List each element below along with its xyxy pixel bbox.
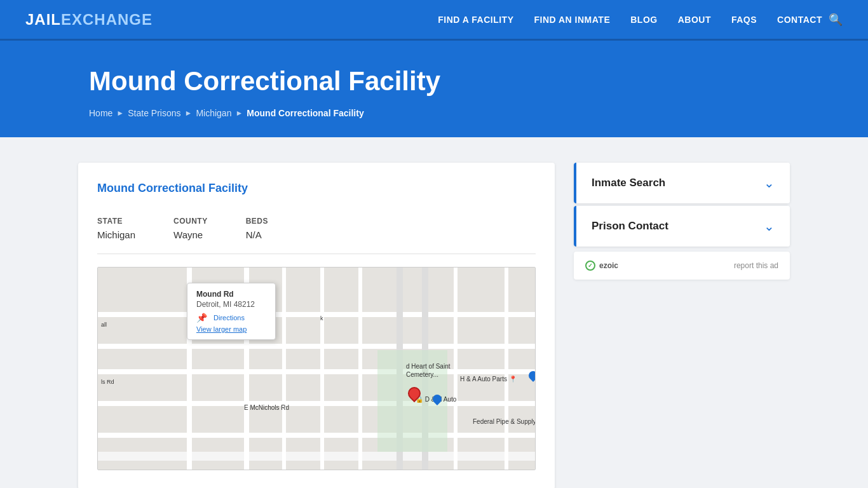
map-marker <box>252 469 264 470</box>
map-label: Federal Pipe & Supply 🔒 <box>473 418 536 425</box>
map-road <box>98 452 535 461</box>
popup-links: 📌 Directions <box>196 313 266 323</box>
map-road-label: k <box>320 315 323 322</box>
sidebar-ad: ✓ ezoic report this ad <box>574 252 790 280</box>
facility-info-grid: STATE Michigan COUNTY Wayne BEDS N/A <box>97 217 536 254</box>
main-content: Mound Correctional Facility STATE Michig… <box>53 163 815 488</box>
breadcrumb-state-prisons[interactable]: State Prisons <box>128 108 180 118</box>
map-road <box>98 312 535 317</box>
prison-contact-chevron-icon: ⌄ <box>764 219 775 234</box>
state-value: Michigan <box>97 229 135 240</box>
map-road-label: all <box>101 322 107 328</box>
map-road <box>98 433 535 438</box>
logo-exchange: EXCHANGE <box>61 11 153 28</box>
map-label: Cemetery... <box>406 371 438 378</box>
directions-icon: 📌 <box>196 313 207 323</box>
state-label: STATE <box>97 217 135 226</box>
map-road <box>505 268 508 470</box>
main-nav: FIND A FACILITY FIND AN INMATE BLOG ABOU… <box>438 14 822 25</box>
facility-county: COUNTY Wayne <box>173 217 208 241</box>
nav-blog[interactable]: BLOG <box>630 15 657 25</box>
county-label: COUNTY <box>173 217 208 226</box>
view-larger-map-link[interactable]: View larger map <box>196 325 266 333</box>
hero-section: Mound Correctional Facility Home ► State… <box>0 41 868 137</box>
inmate-search-header[interactable]: Inmate Search ⌄ <box>574 163 790 203</box>
facility-card: Mound Correctional Facility STATE Michig… <box>78 163 555 488</box>
breadcrumb-sep-1: ► <box>116 109 124 118</box>
ezoic-badge: ✓ ezoic <box>585 261 618 271</box>
map-background: H & A Auto Parts 📍 J Fons 📍 🔒 D & H Auto… <box>98 268 535 470</box>
map-pin-circle <box>405 384 423 402</box>
inmate-search-widget: Inmate Search ⌄ <box>574 163 790 203</box>
map-label: H & A Auto Parts 📍 <box>460 376 517 383</box>
map-label: Buffalo Street Farm <box>168 470 223 470</box>
breadcrumb: Home ► State Prisons ► Michigan ► Mound … <box>89 108 843 118</box>
map-road <box>98 344 535 349</box>
popup-title: Mound Rd <box>196 290 266 299</box>
facility-map-pin <box>408 387 421 400</box>
map-container[interactable]: H & A Auto Parts 📍 J Fons 📍 🔒 D & H Auto… <box>97 267 536 470</box>
map-label: d Heart of Saint <box>406 363 450 370</box>
beds-label: BEDS <box>246 217 268 226</box>
inmate-search-chevron-icon: ⌄ <box>764 175 775 191</box>
prison-contact-widget: Prison Contact ⌄ <box>574 206 790 247</box>
report-ad-link[interactable]: report this ad <box>734 261 778 270</box>
nav-faqs[interactable]: FAQs <box>731 15 757 25</box>
ezoic-label: ezoic <box>599 261 618 270</box>
prison-contact-header[interactable]: Prison Contact ⌄ <box>574 206 790 247</box>
nav-about[interactable]: ABOUT <box>678 15 711 25</box>
breadcrumb-michigan[interactable]: Michigan <box>196 108 231 118</box>
facility-beds: BEDS N/A <box>246 217 268 241</box>
prison-contact-title: Prison Contact <box>592 220 668 233</box>
page-title: Mound Correctional Facility <box>89 66 843 97</box>
search-button[interactable]: 🔍 <box>829 13 843 27</box>
map-road <box>454 268 458 470</box>
map-road <box>320 268 324 470</box>
nav-find-facility[interactable]: FIND A FACILITY <box>438 15 513 25</box>
breadcrumb-sep-2: ► <box>185 109 193 118</box>
inmate-search-title: Inmate Search <box>592 177 665 189</box>
breadcrumb-current: Mound Correctional Facility <box>247 108 363 118</box>
nav-contact[interactable]: CONTACT <box>777 15 822 25</box>
map-label: E McNichols Rd <box>244 404 289 411</box>
facility-card-title: Mound Correctional Facility <box>97 182 536 204</box>
popup-address: Detroit, MI 48212 <box>196 300 266 309</box>
site-logo[interactable]: JAILEXCHANGE <box>25 11 153 29</box>
map-popup: Mound Rd Detroit, MI 48212 📌 Directions … <box>187 283 276 340</box>
map-road <box>98 369 535 374</box>
ezoic-icon: ✓ <box>585 261 595 271</box>
map-road <box>98 401 535 406</box>
nav-find-inmate[interactable]: FIND AN INMATE <box>534 15 610 25</box>
map-road <box>282 268 286 470</box>
map-road <box>358 268 362 470</box>
facility-state: STATE Michigan <box>97 217 135 241</box>
navbar: JAILEXCHANGE FIND A FACILITY FIND AN INM… <box>0 0 868 41</box>
county-value: Wayne <box>173 229 203 240</box>
breadcrumb-home[interactable]: Home <box>89 108 112 118</box>
logo-jail: JAIL <box>25 11 61 28</box>
map-road-label: ls Rd <box>101 379 114 385</box>
breadcrumb-sep-3: ► <box>235 109 243 118</box>
directions-link[interactable]: Directions <box>214 314 245 322</box>
beds-value: N/A <box>246 229 262 240</box>
sidebar: Inmate Search ⌄ Prison Contact ⌄ ✓ ezoic… <box>574 163 790 280</box>
